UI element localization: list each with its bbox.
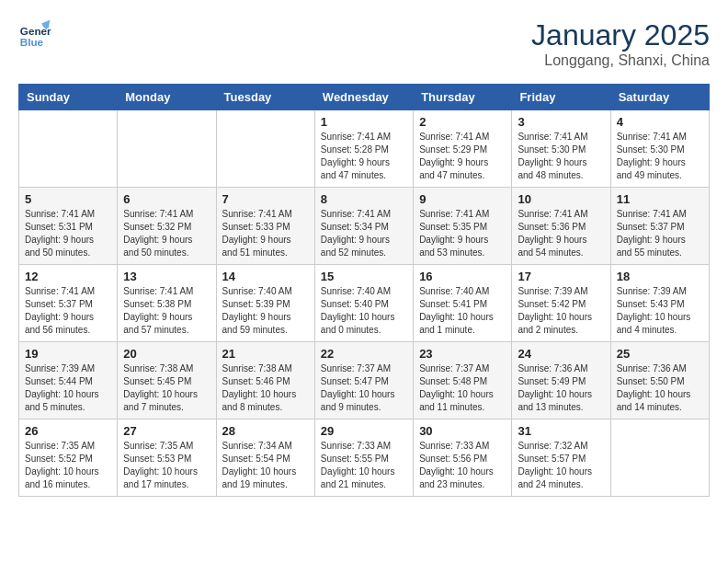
- day-info: Sunrise: 7:41 AM Sunset: 5:35 PM Dayligh…: [419, 208, 506, 259]
- day-info: Sunrise: 7:39 AM Sunset: 5:44 PM Dayligh…: [25, 362, 111, 414]
- day-number: 3: [518, 115, 604, 129]
- calendar-cell: 22Sunrise: 7:37 AM Sunset: 5:47 PM Dayli…: [314, 342, 413, 419]
- day-number: 22: [321, 347, 407, 361]
- calendar-cell: 17Sunrise: 7:39 AM Sunset: 5:42 PM Dayli…: [512, 265, 610, 342]
- day-number: 1: [321, 115, 407, 129]
- calendar-cell: 31Sunrise: 7:32 AM Sunset: 5:57 PM Dayli…: [512, 419, 610, 497]
- calendar-cell: 14Sunrise: 7:40 AM Sunset: 5:39 PM Dayli…: [216, 265, 314, 342]
- day-info: Sunrise: 7:35 AM Sunset: 5:53 PM Dayligh…: [123, 440, 210, 491]
- day-number: 26: [25, 424, 111, 438]
- day-number: 15: [321, 270, 407, 283]
- calendar-cell: 29Sunrise: 7:33 AM Sunset: 5:55 PM Dayli…: [314, 419, 413, 497]
- calendar-week-row: 1Sunrise: 7:41 AM Sunset: 5:28 PM Daylig…: [19, 110, 710, 188]
- calendar-cell: 5Sunrise: 7:41 AM Sunset: 5:31 PM Daylig…: [19, 188, 118, 265]
- day-number: 20: [123, 347, 210, 361]
- calendar-cell: 23Sunrise: 7:37 AM Sunset: 5:48 PM Dayli…: [414, 342, 512, 419]
- day-info: Sunrise: 7:41 AM Sunset: 5:38 PM Dayligh…: [123, 285, 210, 337]
- calendar-cell: 15Sunrise: 7:40 AM Sunset: 5:40 PM Dayli…: [314, 265, 413, 342]
- calendar-cell: 11Sunrise: 7:41 AM Sunset: 5:37 PM Dayli…: [610, 188, 709, 265]
- calendar-cell: [610, 419, 709, 497]
- page-header: General Blue January 2025 Longgang, Shan…: [18, 18, 710, 69]
- day-number: 29: [321, 424, 407, 438]
- calendar-cell: 10Sunrise: 7:41 AM Sunset: 5:36 PM Dayli…: [512, 188, 610, 265]
- calendar-cell: [19, 110, 118, 188]
- weekday-header-row: SundayMondayTuesdayWednesdayThursdayFrid…: [19, 85, 710, 110]
- calendar-cell: 30Sunrise: 7:33 AM Sunset: 5:56 PM Dayli…: [414, 419, 512, 497]
- calendar-week-row: 19Sunrise: 7:39 AM Sunset: 5:44 PM Dayli…: [19, 342, 710, 419]
- location-subtitle: Longgang, Shanxi, China: [531, 52, 710, 69]
- day-info: Sunrise: 7:41 AM Sunset: 5:29 PM Dayligh…: [419, 131, 506, 182]
- day-number: 5: [25, 192, 111, 206]
- day-number: 17: [518, 270, 604, 283]
- day-number: 9: [419, 192, 506, 206]
- calendar-week-row: 26Sunrise: 7:35 AM Sunset: 5:52 PM Dayli…: [19, 419, 710, 497]
- day-number: 10: [518, 192, 604, 206]
- calendar-cell: 4Sunrise: 7:41 AM Sunset: 5:30 PM Daylig…: [610, 110, 709, 188]
- calendar-cell: 7Sunrise: 7:41 AM Sunset: 5:33 PM Daylig…: [216, 188, 314, 265]
- calendar-cell: 26Sunrise: 7:35 AM Sunset: 5:52 PM Dayli…: [19, 419, 118, 497]
- day-info: Sunrise: 7:41 AM Sunset: 5:31 PM Dayligh…: [25, 208, 111, 259]
- day-number: 13: [123, 270, 210, 283]
- calendar-cell: 27Sunrise: 7:35 AM Sunset: 5:53 PM Dayli…: [118, 419, 216, 497]
- day-number: 31: [518, 424, 604, 438]
- logo-icon: General Blue: [18, 18, 51, 52]
- day-info: Sunrise: 7:40 AM Sunset: 5:41 PM Dayligh…: [419, 285, 506, 337]
- day-info: Sunrise: 7:39 AM Sunset: 5:42 PM Dayligh…: [518, 285, 604, 337]
- calendar-cell: 24Sunrise: 7:36 AM Sunset: 5:49 PM Dayli…: [512, 342, 610, 419]
- weekday-header-tuesday: Tuesday: [216, 85, 314, 110]
- svg-text:Blue: Blue: [20, 36, 44, 48]
- day-info: Sunrise: 7:41 AM Sunset: 5:28 PM Dayligh…: [321, 131, 407, 182]
- day-info: Sunrise: 7:36 AM Sunset: 5:50 PM Dayligh…: [617, 362, 703, 414]
- calendar-cell: 28Sunrise: 7:34 AM Sunset: 5:54 PM Dayli…: [216, 419, 314, 497]
- day-info: Sunrise: 7:41 AM Sunset: 5:32 PM Dayligh…: [123, 208, 210, 259]
- day-info: Sunrise: 7:41 AM Sunset: 5:30 PM Dayligh…: [518, 131, 604, 182]
- day-number: 18: [617, 270, 703, 283]
- day-number: 28: [222, 424, 309, 438]
- day-info: Sunrise: 7:41 AM Sunset: 5:37 PM Dayligh…: [617, 208, 703, 259]
- day-info: Sunrise: 7:37 AM Sunset: 5:48 PM Dayligh…: [419, 362, 506, 414]
- weekday-header-wednesday: Wednesday: [314, 85, 413, 110]
- day-number: 19: [25, 347, 111, 361]
- calendar-cell: 1Sunrise: 7:41 AM Sunset: 5:28 PM Daylig…: [314, 110, 413, 188]
- day-info: Sunrise: 7:32 AM Sunset: 5:57 PM Dayligh…: [518, 440, 604, 491]
- weekday-header-saturday: Saturday: [610, 85, 709, 110]
- weekday-header-thursday: Thursday: [414, 85, 512, 110]
- day-number: 4: [617, 115, 703, 129]
- calendar-cell: 8Sunrise: 7:41 AM Sunset: 5:34 PM Daylig…: [314, 188, 413, 265]
- day-info: Sunrise: 7:39 AM Sunset: 5:43 PM Dayligh…: [617, 285, 703, 337]
- day-number: 25: [617, 347, 703, 361]
- calendar-cell: [216, 110, 314, 188]
- calendar-cell: 20Sunrise: 7:38 AM Sunset: 5:45 PM Dayli…: [118, 342, 216, 419]
- calendar-cell: 19Sunrise: 7:39 AM Sunset: 5:44 PM Dayli…: [19, 342, 118, 419]
- day-info: Sunrise: 7:36 AM Sunset: 5:49 PM Dayligh…: [518, 362, 604, 414]
- day-number: 7: [222, 192, 309, 206]
- calendar-cell: 16Sunrise: 7:40 AM Sunset: 5:41 PM Dayli…: [414, 265, 512, 342]
- day-number: 14: [222, 270, 309, 283]
- calendar-cell: 12Sunrise: 7:41 AM Sunset: 5:37 PM Dayli…: [19, 265, 118, 342]
- day-number: 16: [419, 270, 506, 283]
- calendar-cell: 18Sunrise: 7:39 AM Sunset: 5:43 PM Dayli…: [610, 265, 709, 342]
- day-number: 8: [321, 192, 407, 206]
- day-info: Sunrise: 7:41 AM Sunset: 5:34 PM Dayligh…: [321, 208, 407, 259]
- day-number: 23: [419, 347, 506, 361]
- day-info: Sunrise: 7:33 AM Sunset: 5:55 PM Dayligh…: [321, 440, 407, 491]
- calendar-cell: 25Sunrise: 7:36 AM Sunset: 5:50 PM Dayli…: [610, 342, 709, 419]
- calendar-cell: [118, 110, 216, 188]
- calendar-cell: 3Sunrise: 7:41 AM Sunset: 5:30 PM Daylig…: [512, 110, 610, 188]
- day-number: 24: [518, 347, 604, 361]
- weekday-header-sunday: Sunday: [19, 85, 118, 110]
- calendar-cell: 2Sunrise: 7:41 AM Sunset: 5:29 PM Daylig…: [414, 110, 512, 188]
- day-number: 21: [222, 347, 309, 361]
- day-info: Sunrise: 7:40 AM Sunset: 5:40 PM Dayligh…: [321, 285, 407, 337]
- day-info: Sunrise: 7:38 AM Sunset: 5:46 PM Dayligh…: [222, 362, 309, 414]
- day-number: 30: [419, 424, 506, 438]
- weekday-header-friday: Friday: [512, 85, 610, 110]
- calendar-cell: 9Sunrise: 7:41 AM Sunset: 5:35 PM Daylig…: [414, 188, 512, 265]
- day-info: Sunrise: 7:33 AM Sunset: 5:56 PM Dayligh…: [419, 440, 506, 491]
- logo: General Blue: [18, 18, 51, 52]
- calendar-week-row: 12Sunrise: 7:41 AM Sunset: 5:37 PM Dayli…: [19, 265, 710, 342]
- day-info: Sunrise: 7:41 AM Sunset: 5:30 PM Dayligh…: [617, 131, 703, 182]
- day-number: 2: [419, 115, 506, 129]
- calendar-cell: 13Sunrise: 7:41 AM Sunset: 5:38 PM Dayli…: [118, 265, 216, 342]
- day-info: Sunrise: 7:41 AM Sunset: 5:37 PM Dayligh…: [25, 285, 111, 337]
